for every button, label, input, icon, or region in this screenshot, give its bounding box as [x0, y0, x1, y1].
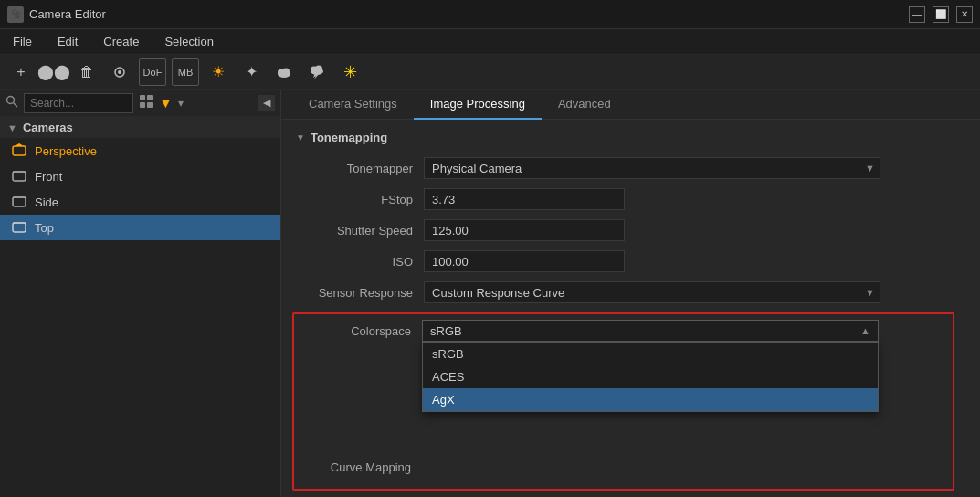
sparkle-button[interactable]: ✦ — [237, 58, 265, 86]
cloud2-button[interactable] — [303, 58, 331, 86]
colorspace-row: Colorspace sRGB ▲ sRGB ACES — [294, 320, 953, 342]
menu-file[interactable]: File — [7, 33, 37, 50]
curve-mapping-label: Curve Mapping — [294, 460, 422, 474]
colorspace-highlight-box: Colorspace sRGB ▲ sRGB ACES — [292, 312, 954, 491]
tonemapper-row: Tonemapper Physical Camera ▼ — [296, 157, 965, 179]
maximize-button[interactable]: ⬜ — [933, 6, 949, 23]
svg-rect-13 — [140, 102, 145, 108]
colorspace-control: sRGB ▲ sRGB ACES AgX — [422, 320, 953, 342]
camera-item-side[interactable]: Side — [0, 189, 280, 215]
objects-button[interactable]: ⬤⬤ — [40, 58, 68, 86]
filter-dropdown-icon[interactable]: ▾ — [178, 97, 184, 110]
search-input[interactable] — [24, 93, 133, 113]
svg-marker-16 — [15, 143, 24, 146]
camera-label-top: Top — [35, 221, 54, 235]
shutter-speed-input[interactable] — [424, 219, 625, 241]
fstop-input[interactable] — [424, 188, 625, 210]
filter-icon[interactable]: ▼ — [159, 95, 173, 111]
colorspace-selected-value: sRGB — [430, 324, 462, 338]
shutter-speed-label: Shutter Speed — [296, 224, 424, 238]
camera-label-perspective: Perspective — [35, 144, 97, 158]
sensor-response-control: Custom Response Curve ▼ — [424, 281, 965, 303]
fstop-label: FStop — [296, 193, 424, 206]
iso-control — [424, 250, 965, 272]
camera-item-perspective[interactable]: Perspective — [0, 138, 280, 164]
app-window: 🎥 Camera Editor — ⬜ ✕ File Edit Create S… — [0, 0, 980, 497]
tab-advanced[interactable]: Advanced — [542, 90, 627, 120]
section-collapse-arrow[interactable]: ▼ — [7, 122, 17, 133]
camera-list: Perspective Front Side — [0, 138, 280, 240]
colorspace-selected-display[interactable]: sRGB ▲ — [422, 320, 879, 342]
colorspace-option-srgb[interactable]: sRGB — [423, 343, 878, 365]
tonemapping-section-header: ▼ Tonemapping — [296, 131, 965, 144]
side-icon — [11, 194, 27, 210]
minimize-button[interactable]: — — [909, 6, 925, 23]
tonemapping-collapse-arrow[interactable]: ▼ — [296, 132, 305, 143]
sensor-response-select[interactable]: Custom Response Curve — [424, 281, 880, 303]
camera-item-top[interactable]: Top — [0, 215, 280, 240]
colorspace-label: Colorspace — [294, 324, 422, 338]
tab-camera-settings[interactable]: Camera Settings — [292, 90, 414, 120]
iso-input[interactable] — [424, 250, 625, 272]
iso-label: ISO — [296, 255, 424, 269]
tonemapper-select-wrapper: Physical Camera ▼ — [424, 157, 880, 179]
svg-point-1 — [118, 70, 121, 74]
svg-rect-19 — [13, 197, 26, 206]
right-panel: Camera Settings Image Processing Advance… — [281, 90, 980, 497]
main-content: ▼ ▾ ◀ ▼ Cameras Perspective — [0, 90, 980, 497]
toolbar: + ⬤⬤ 🗑 DoF MB ☀ ✦ ✳ — [0, 55, 980, 90]
perspective-icon — [11, 143, 27, 159]
menu-selection[interactable]: Selection — [159, 33, 218, 50]
cloud1-button[interactable] — [270, 58, 298, 86]
svg-rect-15 — [13, 146, 26, 155]
svg-line-10 — [14, 103, 18, 108]
app-icon: 🎥 — [7, 6, 24, 23]
sun-special-button[interactable]: ✳ — [336, 58, 364, 86]
visibility-button[interactable] — [106, 58, 133, 86]
svg-rect-11 — [140, 95, 145, 100]
svg-rect-21 — [13, 223, 26, 232]
svg-point-4 — [282, 68, 290, 74]
sun-button[interactable]: ☀ — [205, 58, 232, 86]
window-controls: — ⬜ ✕ — [909, 6, 973, 23]
camera-item-front[interactable]: Front — [0, 164, 280, 189]
add-button[interactable]: + — [7, 58, 35, 86]
left-panel: ▼ ▾ ◀ ▼ Cameras Perspective — [0, 90, 281, 497]
shutter-speed-row: Shutter Speed — [296, 219, 965, 241]
svg-rect-12 — [147, 95, 153, 100]
tonemapper-label: Tonemapper — [296, 162, 424, 175]
colorspace-dropdown-menu: sRGB ACES AgX — [422, 342, 879, 412]
close-button[interactable]: ✕ — [956, 6, 973, 23]
svg-rect-14 — [147, 102, 153, 108]
svg-point-7 — [315, 65, 322, 71]
colorspace-select-container: sRGB ▲ sRGB ACES AgX — [422, 320, 879, 342]
sensor-response-row: Sensor Response Custom Response Curve ▼ — [296, 281, 965, 303]
svg-point-9 — [7, 97, 15, 104]
delete-button[interactable]: 🗑 — [73, 58, 100, 86]
colorspace-option-aces[interactable]: ACES — [423, 365, 878, 388]
mb-button[interactable]: MB — [172, 58, 199, 86]
title-bar: 🎥 Camera Editor — ⬜ ✕ — [0, 0, 980, 29]
collapse-button[interactable]: ◀ — [258, 95, 275, 111]
camera-label-side: Side — [35, 196, 58, 209]
svg-rect-17 — [13, 172, 26, 181]
colorspace-dropdown-arrow-up: ▲ — [860, 325, 870, 336]
menu-edit[interactable]: Edit — [52, 33, 83, 50]
tabs-bar: Camera Settings Image Processing Advance… — [281, 90, 980, 120]
menu-create[interactable]: Create — [98, 33, 144, 50]
shutter-speed-control — [424, 219, 965, 241]
tonemapper-select[interactable]: Physical Camera — [424, 157, 880, 179]
camera-label-front: Front — [35, 170, 62, 184]
content-area: ▼ Tonemapping Tonemapper Physical Camera… — [281, 120, 980, 497]
sensor-response-select-wrapper: Custom Response Curve ▼ — [424, 281, 880, 303]
tab-image-processing[interactable]: Image Processing — [414, 90, 542, 120]
curve-mapping-row: Curve Mapping — [294, 460, 953, 480]
window-title: Camera Editor — [29, 7, 909, 21]
grid-view-icon[interactable] — [139, 94, 153, 111]
dof-button[interactable]: DoF — [139, 58, 166, 86]
search-icon[interactable] — [5, 95, 18, 111]
fstop-control — [424, 188, 965, 210]
menu-bar: File Edit Create Selection — [0, 29, 980, 55]
colorspace-option-agx[interactable]: AgX — [423, 388, 878, 411]
cameras-title: Cameras — [23, 121, 73, 134]
